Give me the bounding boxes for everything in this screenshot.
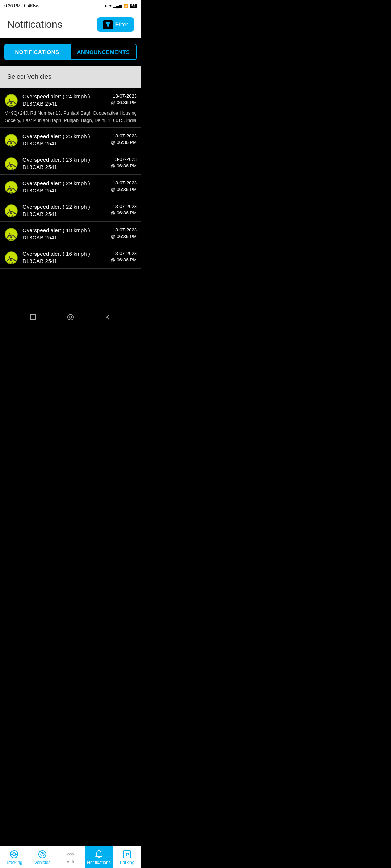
svg-text:km/h: km/h <box>9 105 13 107</box>
notification-item[interactable]: km/h Overspeed alert ( 25 kmph ): DL8CAB… <box>0 128 141 151</box>
notif-date: 13-07-2023@ 06:36 PM <box>104 180 137 193</box>
wifi-icon: 📶 <box>123 4 129 8</box>
notif-date: 13-07-2023@ 06:36 PM <box>104 93 137 106</box>
speedometer-icon: km/h <box>4 251 18 265</box>
select-vehicles-row[interactable]: Select Vehicles <box>0 66 141 88</box>
notif-title: Overspeed alert ( 16 kmph ): DL8CAB 2541 <box>22 251 92 264</box>
tab-announcements[interactable]: ANNOUNCEMENTS <box>70 44 137 60</box>
speedometer-icon: km/h <box>4 133 18 147</box>
notification-item[interactable]: km/h Overspeed alert ( 24 kmph ): DL8CAB… <box>0 88 141 128</box>
header: Notifications Filter <box>0 12 141 38</box>
filter-icon <box>103 20 113 29</box>
battery-icon: 52 <box>130 4 137 8</box>
notif-date: 13-07-2023@ 06:36 PM <box>104 133 137 146</box>
android-nav-bar <box>0 309 141 326</box>
speedometer-icon: km/h <box>4 204 18 218</box>
location-icon: ➤ <box>104 4 107 8</box>
speedometer-icon: km/h <box>4 180 18 194</box>
android-square-btn[interactable] <box>28 312 38 322</box>
notif-title: Overspeed alert ( 18 kmph ): DL8CAB 2541 <box>22 227 92 241</box>
tab-notifications[interactable]: NOTIFICATIONS <box>4 44 70 60</box>
notif-date: 13-07-2023@ 06:36 PM <box>104 250 137 263</box>
speedometer-icon: km/h <box>4 227 18 241</box>
status-time: 6:36 PM | 0.4KB/s <box>4 3 39 8</box>
notification-item[interactable]: km/h Overspeed alert ( 29 kmph ): DL8CAB… <box>0 175 141 198</box>
bluetooth-icon: ✦ <box>109 4 112 8</box>
svg-text:km/h: km/h <box>9 262 13 264</box>
notification-item[interactable]: km/h Overspeed alert ( 22 kmph ): DL8CAB… <box>0 198 141 222</box>
svg-text:km/h: km/h <box>9 238 13 241</box>
svg-text:km/h: km/h <box>9 191 13 193</box>
svg-point-46 <box>70 316 72 318</box>
notification-item[interactable]: km/h Overspeed alert ( 18 kmph ): DL8CAB… <box>0 222 141 245</box>
svg-text:km/h: km/h <box>9 215 13 217</box>
filter-button[interactable]: Filter <box>97 17 134 32</box>
notif-date: 13-07-2023@ 06:36 PM <box>104 227 137 240</box>
notification-item[interactable]: km/h Overspeed alert ( 23 kmph ): DL8CAB… <box>0 151 141 175</box>
android-home-btn[interactable] <box>66 312 76 322</box>
notif-title: Overspeed alert ( 25 kmph ): DL8CAB 2541 <box>22 133 92 146</box>
notif-title: Overspeed alert ( 23 kmph ): DL8CAB 2541 <box>22 157 92 170</box>
svg-text:km/h: km/h <box>9 168 13 170</box>
speedometer-icon: km/h <box>4 157 18 171</box>
page-title: Notifications <box>7 19 63 30</box>
status-icons: ➤ ✦ ▂▄▆ 📶 52 <box>104 4 137 8</box>
notif-address: M49Q+24J, Rd Number 13, Punjabi Bagh Coo… <box>4 110 137 124</box>
notif-title: Overspeed alert ( 24 kmph ): DL8CAB 2541 <box>22 93 92 107</box>
filter-label: Filter <box>115 21 128 28</box>
svg-rect-44 <box>31 315 36 320</box>
notification-item[interactable]: km/h Overspeed alert ( 16 kmph ): DL8CAB… <box>0 245 141 269</box>
signal-icon: ▂▄▆ <box>113 4 122 8</box>
select-vehicles-label: Select Vehicles <box>7 73 51 80</box>
android-back-btn[interactable] <box>103 312 113 322</box>
svg-marker-0 <box>105 22 111 27</box>
speedometer-icon: km/h <box>4 94 18 107</box>
notif-date: 13-07-2023@ 06:36 PM <box>104 156 137 169</box>
tab-row: NOTIFICATIONS ANNOUNCEMENTS <box>0 38 141 66</box>
notif-date: 13-07-2023@ 06:36 PM <box>104 203 137 216</box>
notification-list: km/h Overspeed alert ( 24 kmph ): DL8CAB… <box>0 88 141 269</box>
svg-point-45 <box>68 314 73 320</box>
svg-text:km/h: km/h <box>9 144 13 146</box>
status-bar: 6:36 PM | 0.4KB/s ➤ ✦ ▂▄▆ 📶 52 <box>0 0 141 12</box>
notif-title: Overspeed alert ( 22 kmph ): DL8CAB 2541 <box>22 204 92 217</box>
notif-title: Overspeed alert ( 29 kmph ): DL8CAB 2541 <box>22 180 92 193</box>
